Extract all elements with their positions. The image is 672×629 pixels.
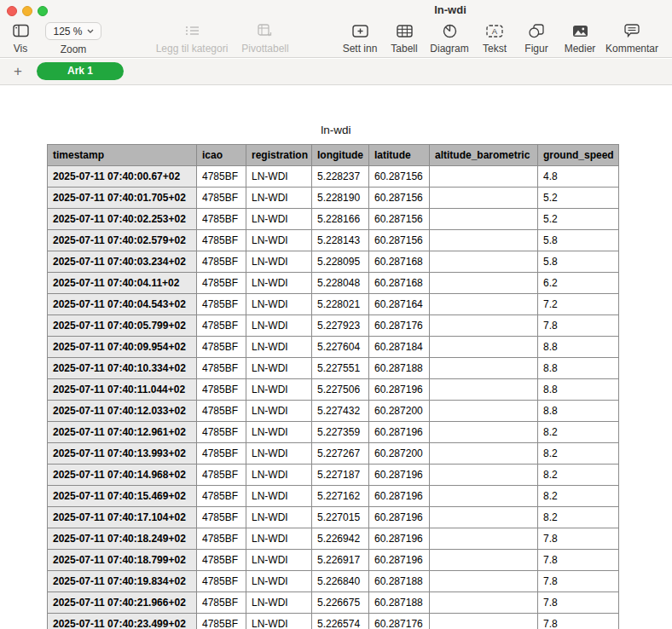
cell-registration[interactable]: LN-WDI (246, 337, 312, 358)
cell-longitude[interactable]: 5.227267 (312, 443, 369, 465)
cell-registration[interactable]: LN-WDI (246, 592, 312, 614)
cell-latitude[interactable]: 60.287196 (369, 465, 430, 486)
cell-timestamp[interactable]: 2025-07-11 07:40:17.104+02 (48, 507, 197, 528)
cell-latitude[interactable]: 60.287168 (369, 251, 430, 273)
cell-icao[interactable]: 4785BF (197, 571, 246, 592)
cell-icao[interactable]: 4785BF (197, 188, 246, 209)
cell-altitude_barometric[interactable] (430, 550, 538, 571)
cell-registration[interactable]: LN-WDI (246, 230, 312, 251)
cell-icao[interactable]: 4785BF (197, 294, 246, 315)
cell-longitude[interactable]: 5.227923 (312, 315, 369, 337)
header-cell-icao[interactable]: icao (197, 145, 246, 166)
cell-altitude_barometric[interactable] (430, 337, 538, 358)
cell-ground_speed[interactable]: 8.2 (538, 465, 619, 486)
cell-latitude[interactable]: 60.287156 (369, 209, 430, 230)
cell-longitude[interactable]: 5.227015 (312, 507, 369, 528)
cell-ground_speed[interactable]: 8.2 (538, 422, 619, 443)
cell-altitude_barometric[interactable] (430, 379, 538, 401)
cell-registration[interactable]: LN-WDI (246, 294, 312, 315)
cell-registration[interactable]: LN-WDI (246, 507, 312, 528)
cell-ground_speed[interactable]: 7.8 (538, 550, 619, 571)
cell-ground_speed[interactable]: 6.2 (538, 273, 619, 294)
cell-latitude[interactable]: 60.287188 (369, 358, 430, 379)
cell-icao[interactable]: 4785BF (197, 401, 246, 422)
cell-icao[interactable]: 4785BF (197, 358, 246, 379)
cell-registration[interactable]: LN-WDI (246, 273, 312, 294)
cell-ground_speed[interactable]: 7.8 (538, 592, 619, 614)
cell-longitude[interactable]: 5.227604 (312, 337, 369, 358)
cell-longitude[interactable]: 5.227359 (312, 422, 369, 443)
cell-ground_speed[interactable]: 5.2 (538, 188, 619, 209)
cell-altitude_barometric[interactable] (430, 401, 538, 422)
cell-timestamp[interactable]: 2025-07-11 07:40:11.044+02 (48, 379, 197, 401)
cell-longitude[interactable]: 5.228237 (312, 166, 369, 188)
cell-ground_speed[interactable]: 8.8 (538, 401, 619, 422)
close-window-button[interactable] (7, 6, 17, 16)
cell-longitude[interactable]: 5.227162 (312, 486, 369, 507)
cell-timestamp[interactable]: 2025-07-11 07:40:13.993+02 (48, 443, 197, 465)
cell-registration[interactable]: LN-WDI (246, 358, 312, 379)
cell-altitude_barometric[interactable] (430, 571, 538, 592)
cell-ground_speed[interactable]: 5.8 (538, 251, 619, 273)
cell-registration[interactable]: LN-WDI (246, 251, 312, 273)
toolbar-button-comment[interactable]: Kommentar (598, 22, 666, 55)
cell-registration[interactable]: LN-WDI (246, 422, 312, 443)
cell-ground_speed[interactable]: 8.8 (538, 337, 619, 358)
cell-longitude[interactable]: 5.227432 (312, 401, 369, 422)
cell-ground_speed[interactable]: 7.8 (538, 315, 619, 337)
cell-latitude[interactable]: 60.287156 (369, 230, 430, 251)
cell-timestamp[interactable]: 2025-07-11 07:40:09.954+02 (48, 337, 197, 358)
sheet-tab-ark1[interactable]: Ark 1 (37, 62, 124, 80)
cell-altitude_barometric[interactable] (430, 465, 538, 486)
cell-latitude[interactable]: 60.287184 (369, 337, 430, 358)
cell-icao[interactable]: 4785BF (197, 507, 246, 528)
header-cell-altitude_barometric[interactable]: altitude_barometric (430, 145, 538, 166)
cell-ground_speed[interactable]: 8.2 (538, 486, 619, 507)
cell-timestamp[interactable]: 2025-07-11 07:40:01.705+02 (48, 188, 197, 209)
cell-longitude[interactable]: 5.228048 (312, 273, 369, 294)
header-cell-latitude[interactable]: latitude (369, 145, 430, 166)
cell-latitude[interactable]: 60.287164 (369, 294, 430, 315)
cell-registration[interactable]: LN-WDI (246, 571, 312, 592)
cell-altitude_barometric[interactable] (430, 443, 538, 465)
cell-timestamp[interactable]: 2025-07-11 07:40:21.966+02 (48, 592, 197, 614)
cell-timestamp[interactable]: 2025-07-11 07:40:10.334+02 (48, 358, 197, 379)
cell-timestamp[interactable]: 2025-07-11 07:40:18.799+02 (48, 550, 197, 571)
cell-icao[interactable]: 4785BF (197, 592, 246, 614)
cell-latitude[interactable]: 60.287200 (369, 401, 430, 422)
cell-latitude[interactable]: 60.287176 (369, 614, 430, 629)
cell-latitude[interactable]: 60.287176 (369, 315, 430, 337)
cell-icao[interactable]: 4785BF (197, 251, 246, 273)
cell-icao[interactable]: 4785BF (197, 486, 246, 507)
cell-longitude[interactable]: 5.226675 (312, 592, 369, 614)
cell-latitude[interactable]: 60.287196 (369, 528, 430, 550)
cell-altitude_barometric[interactable] (430, 528, 538, 550)
cell-registration[interactable]: LN-WDI (246, 315, 312, 337)
minimize-window-button[interactable] (22, 6, 32, 16)
cell-icao[interactable]: 4785BF (197, 273, 246, 294)
cell-timestamp[interactable]: 2025-07-11 07:40:19.834+02 (48, 571, 197, 592)
table-title[interactable]: ln-wdi (0, 124, 672, 136)
cell-longitude[interactable]: 5.226917 (312, 550, 369, 571)
cell-altitude_barometric[interactable] (430, 614, 538, 629)
cell-timestamp[interactable]: 2025-07-11 07:40:04.543+02 (48, 294, 197, 315)
cell-altitude_barometric[interactable] (430, 230, 538, 251)
cell-registration[interactable]: LN-WDI (246, 166, 312, 188)
cell-timestamp[interactable]: 2025-07-11 07:40:23.499+02 (48, 614, 197, 629)
cell-registration[interactable]: LN-WDI (246, 528, 312, 550)
cell-longitude[interactable]: 5.227551 (312, 358, 369, 379)
cell-altitude_barometric[interactable] (430, 592, 538, 614)
cell-registration[interactable]: LN-WDI (246, 188, 312, 209)
cell-registration[interactable]: LN-WDI (246, 614, 312, 629)
cell-altitude_barometric[interactable] (430, 273, 538, 294)
cell-registration[interactable]: LN-WDI (246, 486, 312, 507)
cell-registration[interactable]: LN-WDI (246, 379, 312, 401)
cell-ground_speed[interactable]: 4.8 (538, 166, 619, 188)
cell-latitude[interactable]: 60.287196 (369, 550, 430, 571)
cell-timestamp[interactable]: 2025-07-11 07:40:02.579+02 (48, 230, 197, 251)
cell-icao[interactable]: 4785BF (197, 337, 246, 358)
cell-icao[interactable]: 4785BF (197, 315, 246, 337)
cell-latitude[interactable]: 60.287196 (369, 379, 430, 401)
cell-altitude_barometric[interactable] (430, 422, 538, 443)
cell-latitude[interactable]: 60.287168 (369, 273, 430, 294)
